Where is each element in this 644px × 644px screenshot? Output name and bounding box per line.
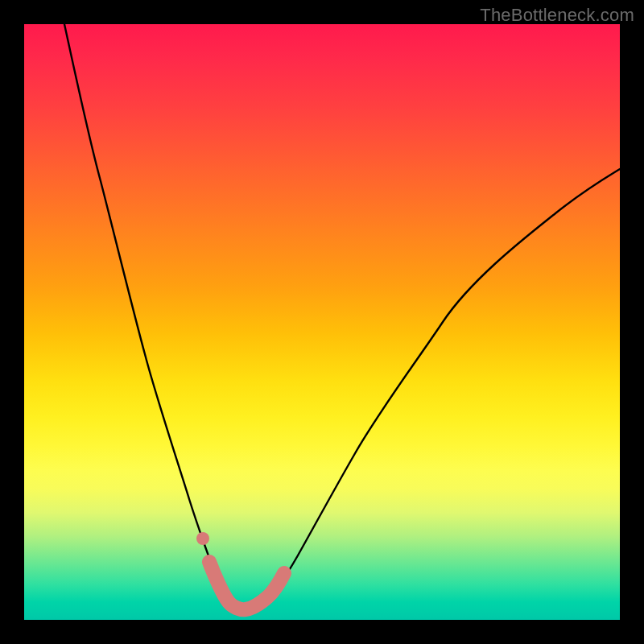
highlight-segment: [209, 562, 284, 609]
curve-left-branch: [64, 24, 243, 610]
highlight-dot: [196, 532, 209, 545]
bottleneck-curve-svg: [24, 24, 620, 620]
chart-area: [24, 24, 620, 620]
watermark-text: TheBottleneck.com: [480, 5, 634, 26]
curve-right-branch: [243, 169, 620, 610]
